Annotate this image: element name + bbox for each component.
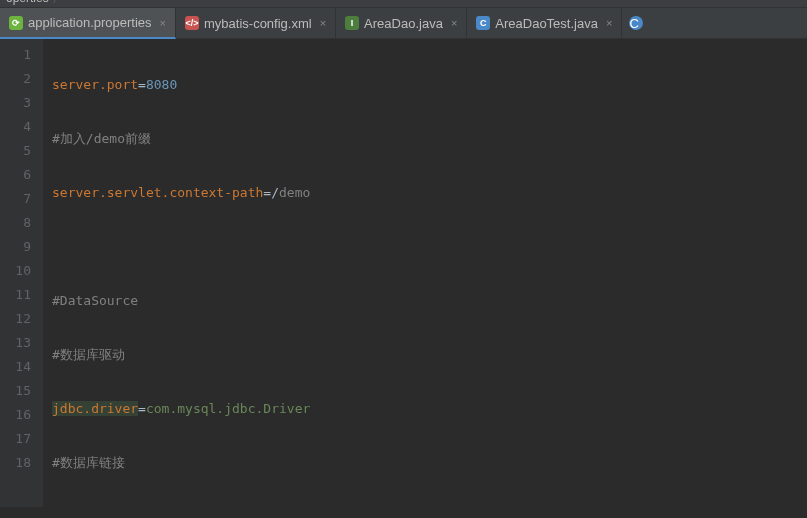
code-line: server.servlet.context-path=/demo <box>52 181 807 205</box>
tab-areadao[interactable]: I AreaDao.java × <box>336 8 467 38</box>
chevron-right-icon: 〉 <box>52 0 64 5</box>
tab-mybatis-config[interactable]: </> mybatis-config.xml × <box>176 8 336 38</box>
tab-application-properties[interactable]: ⟳ application.properties × <box>0 8 176 39</box>
breadcrumb[interactable]: operties 〉 <box>0 0 807 8</box>
close-icon[interactable]: × <box>320 17 326 29</box>
interface-icon: I <box>345 16 359 30</box>
editor-tabs: ⟳ application.properties × </> mybatis-c… <box>0 8 807 39</box>
tab-label: mybatis-config.xml <box>204 16 312 31</box>
code-line <box>52 235 807 259</box>
class-icon: C <box>476 16 490 30</box>
close-icon[interactable]: × <box>451 17 457 29</box>
code-line: #数据库驱动 <box>52 343 807 367</box>
code-content[interactable]: server.port=8080 #加入/demo前缀 server.servl… <box>44 39 807 507</box>
code-line: jdbc.url=jdbc:mysql://localhost:3306/stu… <box>52 505 807 507</box>
class-icon: C <box>629 16 643 30</box>
tab-label: AreaDaoTest.java <box>495 16 598 31</box>
xml-icon: </> <box>185 16 199 30</box>
gutter: 123456789101112131415161718 <box>0 39 44 507</box>
code-line: jdbc.driver=com.mysql.jdbc.Driver <box>52 397 807 421</box>
spring-icon: ⟳ <box>9 16 23 30</box>
close-icon[interactable]: × <box>160 17 166 29</box>
breadcrumb-last: operties <box>6 0 49 5</box>
close-icon[interactable]: × <box>606 17 612 29</box>
code-line: #加入/demo前缀 <box>52 127 807 151</box>
tab-label: application.properties <box>28 15 152 30</box>
tab-areadaotest[interactable]: C AreaDaoTest.java × <box>467 8 622 38</box>
editor[interactable]: 123456789101112131415161718 server.port=… <box>0 39 807 507</box>
code-line: server.port=8080 <box>52 73 807 97</box>
tab-overflow[interactable]: C <box>622 8 650 38</box>
code-line: #DataSource <box>52 289 807 313</box>
code-line: #数据库链接 <box>52 451 807 475</box>
tab-label: AreaDao.java <box>364 16 443 31</box>
